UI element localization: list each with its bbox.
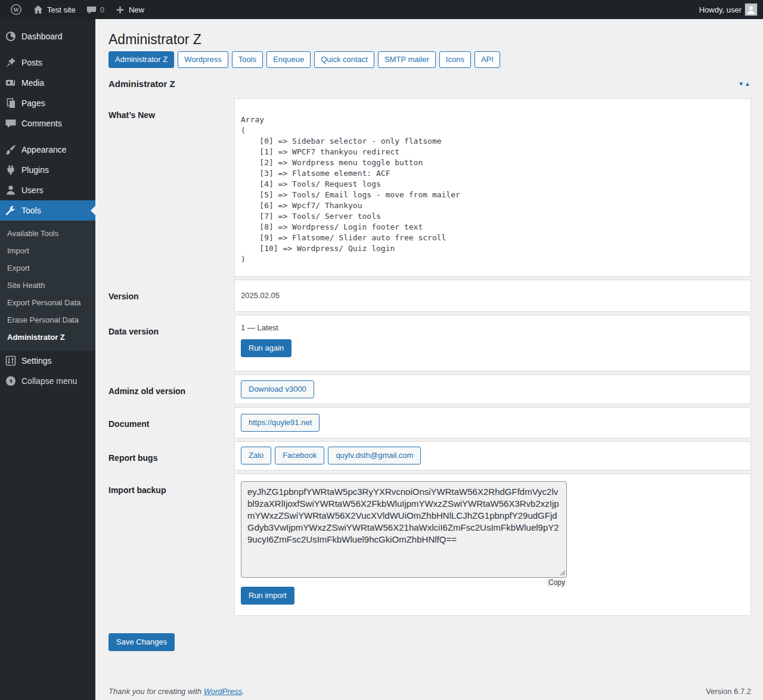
version-value: 2025.02.05 — [241, 291, 280, 300]
sidebar-item-media[interactable]: Media — [0, 73, 95, 93]
home-icon — [33, 4, 44, 15]
sidebar-item-label: Settings — [21, 356, 52, 366]
sidebar-item-appearance[interactable]: Appearance — [0, 140, 95, 160]
wordpress-menu[interactable]: W — [5, 0, 27, 19]
footer-thanks: Thank you for creating with WordPress. — [108, 687, 244, 696]
menu-separator — [0, 47, 95, 52]
tools-submenu: Available Tools Import Export Site Healt… — [0, 221, 95, 351]
facebook-button[interactable]: Facebook — [275, 447, 324, 464]
appearance-icon — [5, 144, 17, 156]
submenu-item-administrator-z[interactable]: Administrator Z — [0, 329, 95, 346]
account-menu[interactable]: Howdy, user — [694, 0, 757, 19]
save-changes-button[interactable]: Save Changes — [108, 633, 175, 651]
site-name-link[interactable]: Test site — [27, 0, 81, 19]
document-link-button[interactable]: https://quyle91.net — [241, 414, 320, 432]
data-version-value: 1 — Latest — [241, 323, 745, 333]
user-avatar — [745, 4, 757, 16]
form-row-whats-new: What’s New Array ( [0] => Sidebar select… — [108, 98, 751, 277]
tab-quick-contact[interactable]: Quick contact — [314, 51, 374, 68]
section-header: Administrator Z ▼▲ — [108, 78, 751, 89]
data-version-label: Data version — [108, 315, 234, 371]
sidebar-item-dashboard[interactable]: Dashboard — [0, 26, 95, 47]
section-collapse-toggle-icon[interactable]: ▼▲ — [738, 80, 751, 87]
tools-icon — [5, 205, 17, 216]
sidebar-item-label: Users — [21, 185, 44, 195]
sidebar-item-tools[interactable]: Tools — [0, 200, 95, 221]
tab-administrator-z[interactable]: Administrator Z — [108, 51, 174, 68]
comments-icon — [5, 117, 17, 129]
resize-handle-icon[interactable] — [560, 570, 566, 576]
dashboard-icon — [5, 30, 17, 42]
sidebar-item-label: Collapse menu — [21, 376, 77, 386]
submenu-item-available-tools[interactable]: Available Tools — [0, 225, 95, 242]
version-label: Version — [108, 280, 234, 312]
sidebar-item-plugins[interactable]: Plugins — [0, 160, 95, 180]
run-again-button[interactable]: Run again — [241, 339, 291, 357]
whats-new-box: Array ( [0] => Sidebar selector - only f… — [234, 98, 751, 277]
import-backup-label: Import backup — [108, 473, 234, 616]
whats-new-content: Array ( [0] => Sidebar selector - only f… — [241, 114, 745, 265]
submenu-item-export-personal-data[interactable]: Export Personal Data — [0, 294, 95, 311]
sidebar-item-label: Media — [21, 78, 44, 88]
sidebar-item-label: Appearance — [21, 145, 67, 154]
footer-version: Version 6.7.2 — [706, 687, 751, 696]
import-backup-textarea[interactable]: eyJhZG1pbnpfYWRtaW5pc3RyYXRvcnoiOnsiYWRt… — [241, 481, 567, 578]
sidebar-item-label: Pages — [21, 98, 45, 108]
current-menu-arrow-icon — [86, 206, 95, 215]
wordpress-link[interactable]: WordPress — [204, 687, 242, 696]
settings-icon — [5, 355, 17, 367]
tab-tools[interactable]: Tools — [232, 51, 263, 68]
sidebar-item-label: Plugins — [21, 165, 49, 175]
section-title: Administrator Z — [108, 79, 175, 89]
form-row-old-version: Adminz old version Download v3000 — [108, 374, 751, 404]
zalo-button[interactable]: Zalo — [241, 447, 271, 464]
report-bugs-label: Report bugs — [108, 441, 234, 470]
comments-bubble-icon — [86, 5, 97, 15]
sidebar-item-comments[interactable]: Comments — [0, 113, 95, 134]
pages-icon — [5, 97, 17, 109]
site-name-label: Test site — [47, 5, 76, 14]
sidebar-item-pages[interactable]: Pages — [0, 93, 95, 113]
report-bugs-box: Zalo Facebook quylv.dsth@gmail.com — [234, 441, 751, 470]
submenu-item-erase-personal-data[interactable]: Erase Personal Data — [0, 311, 95, 329]
email-button[interactable]: quylv.dsth@gmail.com — [328, 447, 421, 464]
data-version-box: 1 — Latest Run again — [234, 315, 751, 371]
submenu-item-site-health[interactable]: Site Health — [0, 277, 95, 294]
menu-separator — [0, 134, 95, 140]
howdy-label: Howdy, user — [699, 5, 742, 14]
old-version-label: Adminz old version — [108, 374, 234, 404]
tab-icons[interactable]: Icons — [439, 51, 471, 68]
sidebar-item-label: Posts — [21, 58, 42, 67]
document-box: https://quyle91.net — [234, 407, 751, 438]
form-row-report-bugs: Report bugs Zalo Facebook quylv.dsth@gma… — [108, 441, 751, 470]
form-row-data-version: Data version 1 — Latest Run again — [108, 315, 751, 371]
old-version-box: Download v3000 — [234, 374, 751, 404]
users-icon — [5, 184, 17, 196]
posts-icon — [5, 57, 17, 69]
comments-bar-link[interactable]: 0 — [81, 0, 110, 19]
media-icon — [5, 77, 17, 89]
page-title: Administrator Z — [108, 31, 751, 48]
new-content-link[interactable]: New — [110, 0, 150, 19]
form-row-import-backup: Import backup eyJhZG1pbnpfYWRtaW5pc3RyYX… — [108, 473, 751, 616]
admin-sidebar: Dashboard Posts Media Pages — [0, 19, 95, 700]
tab-enqueue[interactable]: Enqueue — [266, 51, 311, 68]
sidebar-item-settings[interactable]: Settings — [0, 351, 95, 371]
collapse-menu-button[interactable]: Collapse menu — [0, 371, 95, 391]
new-label: New — [129, 5, 144, 14]
submenu-item-import[interactable]: Import — [0, 242, 95, 259]
tab-wordpress[interactable]: Wordpress — [178, 51, 228, 68]
svg-text:W: W — [13, 7, 19, 13]
sidebar-item-posts[interactable]: Posts — [0, 52, 95, 73]
version-box: 2025.02.05 — [234, 280, 751, 312]
form-row-document: Document https://quyle91.net — [108, 407, 751, 438]
run-import-button[interactable]: Run import — [241, 587, 294, 605]
collapse-icon — [5, 375, 17, 387]
tab-api[interactable]: API — [474, 51, 500, 68]
main-content: Administrator Z Administrator Z Wordpres… — [95, 19, 763, 700]
sidebar-item-users[interactable]: Users — [0, 180, 95, 200]
copy-button[interactable]: Copy — [547, 578, 567, 587]
download-v3000-button[interactable]: Download v3000 — [241, 380, 314, 398]
tab-smtp-mailer[interactable]: SMTP mailer — [378, 51, 436, 68]
submenu-item-export[interactable]: Export — [0, 259, 95, 277]
